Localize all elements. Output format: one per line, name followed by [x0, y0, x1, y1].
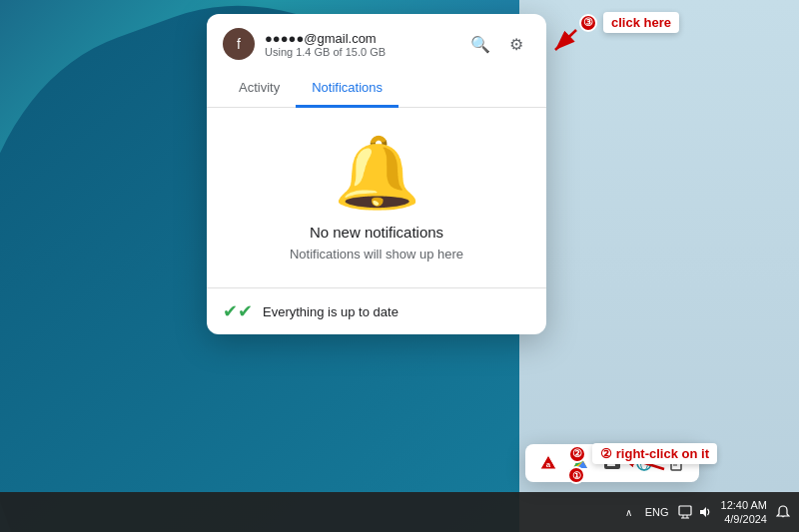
svg-marker-22	[700, 507, 706, 517]
annotation-badge-3: ③	[579, 14, 597, 32]
popup-header: f ●●●●●@gmail.com Using 1.4 GB of 15.0 G…	[207, 14, 546, 70]
user-info: ●●●●●@gmail.com Using 1.4 GB of 15.0 GB	[265, 31, 456, 58]
language-indicator: ENG	[641, 506, 673, 518]
user-email: ●●●●●@gmail.com	[265, 31, 456, 46]
gdrive-popup: f ●●●●●@gmail.com Using 1.4 GB of 15.0 G…	[207, 14, 546, 334]
annotation-3: ③ click here	[579, 12, 679, 33]
user-storage: Using 1.4 GB of 15.0 GB	[265, 46, 456, 58]
taskbar-clock[interactable]: 12:40 AM 4/9/2024	[717, 498, 771, 527]
no-notifications-title: No new notifications	[310, 224, 443, 241]
taskbar-time: 12:40 AM	[721, 498, 767, 512]
checkmark-icon: ✔✔	[223, 300, 253, 322]
no-notifications-subtitle: Notifications will show up here	[290, 247, 463, 262]
bell-icon: 🔔	[334, 138, 420, 208]
annotation-2-text: ② right-click on it	[592, 443, 717, 464]
volume-icon[interactable]	[697, 504, 713, 520]
search-icon: 🔍	[470, 35, 490, 54]
tray-icon-avast[interactable]: a	[537, 452, 559, 474]
taskbar-date: 4/9/2024	[724, 512, 767, 526]
svg-text:a: a	[546, 460, 551, 469]
svg-rect-10	[607, 464, 615, 466]
popup-footer: ✔✔ Everything is up to date	[207, 287, 546, 334]
settings-button[interactable]: ⚙	[502, 30, 530, 58]
tab-activity[interactable]: Activity	[223, 70, 296, 108]
svg-rect-18	[679, 506, 691, 515]
gear-icon: ⚙	[509, 35, 523, 54]
taskbar: ∧ ENG 12:40 AM 4/9/2024	[0, 492, 799, 532]
popup-tabs: Activity Notifications	[207, 70, 546, 108]
annotation-3-text: click here	[603, 12, 679, 33]
notification-bell-button[interactable]	[775, 504, 791, 520]
annotation-badge-1: ①	[567, 466, 585, 484]
search-button[interactable]: 🔍	[466, 30, 494, 58]
annotation-1-area: ①	[567, 466, 585, 484]
header-actions: 🔍 ⚙	[466, 30, 530, 58]
tray-expand-button[interactable]: ∧	[621, 504, 637, 520]
footer-status-text: Everything is up to date	[263, 304, 399, 319]
annotation-2: ② ② right-click on it	[568, 443, 717, 464]
avatar: f	[223, 28, 255, 60]
popup-body: 🔔 No new notifications Notifications wil…	[207, 108, 546, 287]
chevron-up-icon: ∧	[625, 507, 632, 518]
tab-notifications[interactable]: Notifications	[296, 70, 399, 108]
taskbar-right-area: ∧ ENG 12:40 AM 4/9/2024	[621, 492, 791, 532]
display-icon[interactable]	[677, 504, 693, 520]
annotation-badge-2: ②	[568, 445, 586, 463]
